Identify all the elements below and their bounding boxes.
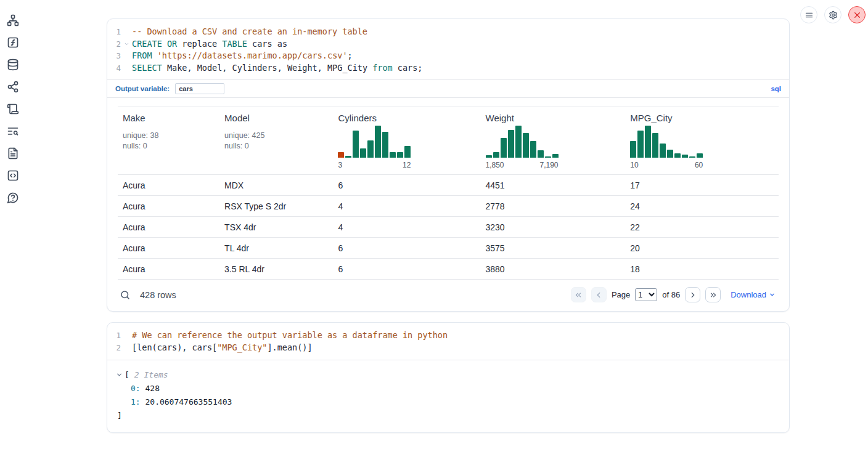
column-stats: unique: 425nulls: 0 [224,126,328,152]
sidebar-item-function[interactable] [6,36,19,49]
histogram-mpg_city[interactable] [630,126,703,158]
histogram-bar [523,133,529,158]
close-bracket: ] [116,409,780,423]
column-header-cylinders[interactable]: Cylinders [333,107,480,124]
output-variable-row: Output variable: sql [107,79,789,98]
chevron-down-icon [769,291,776,298]
settings-button[interactable] [824,6,841,23]
histogram-bar [353,131,359,158]
histogram-cylinders[interactable] [338,126,411,158]
histogram-axis-labels: 312 [338,161,411,174]
histogram-bar [360,148,366,158]
table-cell: 3230 [481,217,626,238]
histogram-axis-labels: 1060 [630,161,703,174]
table-cell: 3.5 RL 4dr [219,259,333,280]
dependency-graph-icon [7,81,19,93]
sidebar-item-file-tree[interactable] [6,14,19,26]
histogram-bar [338,152,344,158]
menu-button[interactable] [800,6,817,23]
table-cell: Acura [118,175,219,196]
download-button[interactable]: Download [731,290,776,299]
sidebar [6,14,19,204]
sidebar-item-help[interactable] [6,191,19,204]
python-code-editor[interactable]: 1# We can reference the output variable … [107,323,789,359]
code-line: 4SELECT Make, Model, Cylinders, Weight, … [107,62,789,75]
sidebar-item-file-text[interactable] [6,147,19,160]
topbar-controls [800,6,866,23]
sidebar-item-database[interactable] [6,58,19,71]
table-cell: 3575 [481,238,626,259]
download-label: Download [731,290,766,299]
line-number: 2 [107,342,121,354]
data-table: MakeModelCylindersWeightMPG_Cityunique: … [118,107,779,280]
code-text: CREATE OR replace TABLE cars as [132,38,287,51]
close-button[interactable] [848,6,866,23]
open-bracket: [ [125,368,129,382]
output-variable-input[interactable] [175,83,224,94]
search-icon[interactable] [120,289,131,301]
table-cell: TL 4dr [219,238,333,259]
chevron-right-icon [689,291,697,299]
table-row: AcuraTSX 4dr4323022 [118,217,779,238]
sidebar-item-search-list[interactable] [6,124,19,137]
histogram-bar [390,152,396,158]
output-variable-label: Output variable: [115,85,170,92]
histogram-bar [645,126,651,158]
output-panel: [ 2 Items 0: 4281: 20.060747663551403 ] [107,360,789,432]
pagination: Page 1 of 86 [571,287,721,302]
histogram-bar [493,152,499,158]
collapse-chevron-icon[interactable] [116,371,123,378]
scroll-icon [7,103,19,115]
histogram-bar [538,150,544,158]
histogram-bar [682,155,688,158]
column-header-model[interactable]: Model [219,107,333,124]
histogram-bar [501,138,507,158]
sidebar-item-dependency-graph[interactable] [6,80,19,93]
table-cell: 2778 [481,196,626,217]
histogram-bar [552,154,559,158]
table-cell: 6 [333,259,480,280]
tree-item-value: 428 [141,384,160,393]
table-cell: 4 [333,217,480,238]
page-select[interactable]: 1 [635,288,657,301]
histogram-bar [637,131,644,158]
code-text: -- Download a CSV and create an in-memor… [132,26,367,38]
column-summary-cylinders: 312 [333,123,480,175]
table-row: AcuraRSX Type S 2dr4277824 [118,196,779,217]
code-line: 1# We can reference the output variable … [107,330,789,342]
chevrons-right-icon [709,291,718,299]
column-header-make[interactable]: Make [118,107,219,124]
tree-items: 0: 4281: 20.060747663551403 [116,382,780,409]
column-summary-model: unique: 425nulls: 0 [219,123,333,175]
notebook: 1-- Download a CSV and create an in-memo… [107,18,790,433]
sql-code-editor[interactable]: 1-- Download a CSV and create an in-memo… [107,19,789,79]
sidebar-item-scroll[interactable] [6,102,19,115]
histogram-bar [652,133,658,158]
sidebar-item-code-snippet[interactable] [6,169,19,182]
histogram-bar [545,156,551,158]
last-page-button[interactable] [705,287,721,302]
histogram-weight[interactable] [486,126,559,158]
first-page-button[interactable] [571,287,586,302]
database-icon [7,59,19,71]
table-row: Acura3.5 RL 4dr6388018 [118,259,779,280]
prev-page-button[interactable] [591,287,607,302]
column-header-weight[interactable]: Weight [481,107,626,124]
column-header-mpg_city[interactable]: MPG_City [625,107,779,124]
histogram-bar [367,140,374,158]
histogram-bar [404,146,411,158]
code-text: [len(cars), cars["MPG_City"].mean()] [132,342,313,354]
language-badge: sql [771,85,781,92]
histogram-bar [375,126,381,158]
fold-chevron-icon[interactable] [121,38,132,51]
chevrons-left-icon [574,291,583,299]
column-summary-mpg_city: 1060 [625,123,779,175]
histogram-bar [486,155,492,158]
histogram-bar [697,153,703,158]
next-page-button[interactable] [685,287,700,302]
chevron-left-icon [594,291,603,299]
line-number: 4 [107,62,121,75]
tree-item: 0: 428 [116,382,780,395]
histogram-bar [508,130,514,158]
histogram-bar [674,153,681,158]
